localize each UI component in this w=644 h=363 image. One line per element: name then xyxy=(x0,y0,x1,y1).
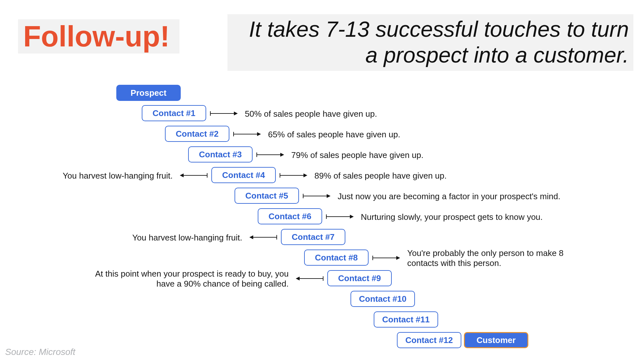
arrow-right-icon xyxy=(280,175,305,176)
arrow-right-icon xyxy=(233,134,259,134)
contact-4-node: Contact #4 xyxy=(211,167,276,183)
prospect-node: Prospect xyxy=(116,85,181,101)
contact-6-node: Contact #6 xyxy=(258,208,322,224)
contact-8-note: You're probably the only person to make … xyxy=(407,248,575,268)
contact-2-note: 65% of sales people have given up. xyxy=(268,130,400,140)
contact-8-node: Contact #8 xyxy=(304,250,369,266)
arrow-left-icon xyxy=(251,237,277,238)
contact-3-note: 79% of sales people have given up. xyxy=(291,150,424,160)
arrow-right-icon xyxy=(303,196,329,196)
contact-7-note-left: You harvest low-hanging fruit. xyxy=(132,233,242,243)
arrow-right-icon xyxy=(210,113,236,114)
contact-9-note-left: At this point when your prospect is read… xyxy=(89,269,289,289)
arrow-right-icon xyxy=(372,258,398,258)
contact-2-node: Contact #2 xyxy=(165,126,229,142)
contact-10-node: Contact #10 xyxy=(351,291,415,307)
contact-4-note-right: 89% of sales people have given up. xyxy=(314,171,447,181)
contact-7-node: Contact #7 xyxy=(281,229,345,245)
arrow-right-icon xyxy=(326,216,352,217)
contact-5-node: Contact #5 xyxy=(235,188,299,204)
contact-4-note-left: You harvest low-hanging fruit. xyxy=(62,171,173,181)
contact-5-note: Just now you are becoming a factor in yo… xyxy=(338,191,560,201)
arrow-left-icon xyxy=(298,278,323,279)
contact-12-node: Contact #12 xyxy=(397,332,461,348)
follow-up-diagram: Prospect Contact #1 50% of sales people … xyxy=(0,0,644,363)
arrow-left-icon xyxy=(182,175,207,176)
arrow-right-icon xyxy=(256,154,282,155)
contact-1-node: Contact #1 xyxy=(142,105,206,121)
contact-3-node: Contact #3 xyxy=(188,146,253,162)
customer-node: Customer xyxy=(464,332,528,348)
contact-6-note: Nurturing slowly, your prospect gets to … xyxy=(361,212,543,222)
contact-11-node: Contact #11 xyxy=(374,311,438,328)
contact-9-node: Contact #9 xyxy=(327,270,392,286)
contact-1-note: 50% of sales people have given up. xyxy=(245,109,377,119)
